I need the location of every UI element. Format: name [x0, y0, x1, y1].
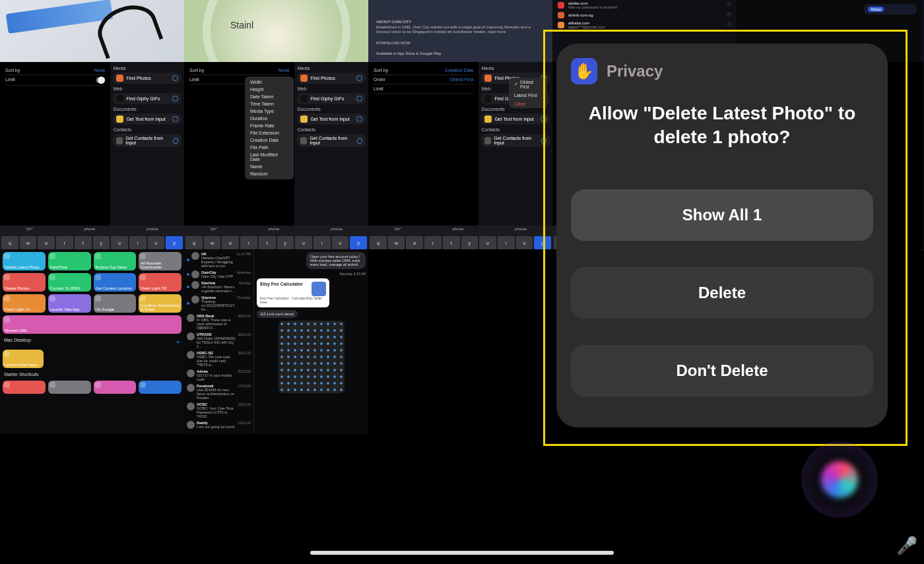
order-clear[interactable]: Clear	[509, 100, 547, 108]
shortcut-tile[interactable]: Delete Latest Photo	[3, 252, 46, 270]
shortcut-tile[interactable]: Launch Yale App	[48, 294, 91, 313]
key-p[interactable]: p	[534, 236, 551, 249]
sort-option[interactable]: Name	[245, 163, 294, 170]
shortcut-tile[interactable]: Flash Light Off	[139, 273, 182, 292]
shortcut-tile[interactable]: Combine Screenshots & Share	[139, 294, 182, 313]
key-p[interactable]: p	[166, 236, 183, 249]
sort-option[interactable]: Duration	[245, 115, 294, 122]
key-y[interactable]: y	[277, 236, 294, 249]
sort-option[interactable]: Time Taken	[245, 100, 294, 108]
conversation-row[interactable]: Adobe021717 is your Adobe code 20/11/23	[185, 368, 252, 383]
key-o[interactable]: o	[332, 236, 349, 249]
key-u[interactable]: u	[479, 236, 496, 249]
starter-tile[interactable]	[3, 381, 46, 394]
conversation-row[interactable]: GainCityGain City: Use OTP Yesterday	[185, 269, 252, 280]
starter-tile[interactable]	[48, 381, 91, 394]
info-icon[interactable]	[356, 75, 362, 81]
key-i[interactable]: i	[129, 236, 147, 249]
sort-option[interactable]: Width	[245, 78, 294, 86]
conversation-row[interactable]: DBS BankFr DBS: There was a cash withdra…	[185, 313, 252, 331]
add-mac-shortcut-icon[interactable]: +	[176, 338, 180, 346]
dont-delete-button[interactable]: Don't Delete	[571, 345, 873, 396]
key-u[interactable]: u	[295, 236, 312, 249]
conversation-row[interactable]: FacebookUse 354345 for two-factor authen…	[185, 383, 252, 401]
key-e[interactable]: e	[38, 236, 55, 249]
delete-button[interactable]: Delete	[571, 267, 873, 319]
sort-option[interactable]: File Path	[245, 144, 294, 151]
home-indicator[interactable]	[310, 551, 614, 555]
thumb-shortcut-editor-3[interactable]: Sort byCreation Date OrderOldest First L…	[368, 62, 552, 249]
conversation-row[interactable]: QxpressTracking no:SGQ20549701273 fro… T…	[185, 294, 252, 313]
shortcut-tile[interactable]: Convert To JPEG	[48, 273, 91, 292]
starter-tile[interactable]	[94, 381, 137, 394]
conversation-row[interactable]: OCBCOCBC: Your One-Time Password (OTP) i…	[185, 401, 252, 420]
sort-field-menu[interactable]: WidthHeightDate TakenTime TakenMedia Typ…	[245, 77, 294, 179]
action-get-contacts[interactable]: Get Contacts from Input	[113, 134, 182, 147]
thumb-shortcut-editor-1[interactable]: Sort byNone Limit Media Find Photos Web …	[0, 62, 184, 249]
thumb-gaincity[interactable]: ABOUT GAIN CITY Established in 1981, Gai…	[368, 0, 552, 62]
sort-option[interactable]: Media Type	[245, 108, 294, 115]
info-icon[interactable]: ⓘ	[727, 22, 731, 28]
msg-link-card[interactable]: Etsy Fee Calculator Etsy Fee Calculator …	[257, 278, 329, 307]
key-r[interactable]: r	[56, 236, 73, 249]
sort-option[interactable]: Last Modified Date	[245, 151, 294, 163]
show-all-button[interactable]: Show All 1	[571, 189, 873, 241]
conversation-row[interactable]: HKHehehe ChatGPT Experts | Struggling wi…	[185, 251, 252, 269]
key-e[interactable]: e	[406, 236, 423, 249]
key-y[interactable]: y	[93, 236, 110, 249]
sort-option[interactable]: Frame Rate	[245, 122, 294, 129]
sort-option[interactable]: Height	[245, 86, 294, 93]
key-u[interactable]: u	[111, 236, 128, 249]
key-i[interactable]: i	[498, 236, 515, 249]
conversation-row[interactable]: StarHub<#>StarHub> Here's a gentle remin…	[185, 280, 252, 294]
password-row[interactable]: adobe.comHas no password in AutoFill ⓘ	[552, 0, 737, 10]
key-w[interactable]: w	[204, 236, 221, 249]
sort-option[interactable]: Creation Date	[245, 137, 294, 144]
action-get-text[interactable]: Get Text from Input	[113, 113, 182, 125]
key-q[interactable]: q	[1, 236, 18, 249]
thumb-shortcuts-library[interactable]: Delete Latest PhotoFaceTimeBrowse Top Ne…	[0, 249, 184, 434]
sort-option[interactable]: File Extension	[245, 129, 294, 137]
microphone-icon[interactable]: 🎤	[896, 536, 917, 556]
password-row[interactable]: alibaba.comagent***@gmail.com ⓘ	[552, 20, 737, 30]
key-o[interactable]: o	[148, 236, 165, 249]
thumb-messages[interactable]: HKHehehe ChatGPT Experts | Struggling wi…	[184, 249, 368, 434]
key-t[interactable]: t	[75, 236, 92, 249]
action-find-giphy[interactable]: Find Giphy GIFs	[113, 93, 182, 104]
info-icon[interactable]: ⓘ	[727, 12, 731, 18]
key-o[interactable]: o	[516, 236, 533, 249]
key-w[interactable]: w	[20, 236, 37, 249]
key-q[interactable]: q	[185, 236, 203, 249]
action-find-photos[interactable]: Find Photos	[297, 73, 366, 84]
key-r[interactable]: r	[240, 236, 257, 249]
thumb-usb-hub[interactable]	[0, 0, 184, 62]
shortcut-tile[interactable]: Delete Photos	[3, 273, 46, 292]
starter-tile[interactable]	[139, 381, 182, 394]
conversation-row[interactable]: HSBC-SGHSBC: Pls note total due for cred…	[185, 350, 252, 368]
conversation-row[interactable]: UTRADESell Order (SP4609035) for TESLA I…	[185, 331, 252, 350]
key-t[interactable]: t	[443, 236, 460, 249]
shortcut-tile[interactable]: Get Current Location	[94, 273, 137, 292]
password-row[interactable]: airbnb.com.sg ⓘ	[552, 10, 737, 20]
siri-orb[interactable]	[801, 441, 878, 518]
key-e[interactable]: e	[222, 236, 239, 249]
thumb-shortcut-editor-2[interactable]: Sort byNone Limit WidthHeightDate TakenT…	[184, 62, 368, 249]
shortcut-tile[interactable]: Flash Light On	[3, 294, 46, 313]
key-y[interactable]: y	[461, 236, 478, 249]
order-oldest-first[interactable]: Oldest First	[509, 78, 547, 91]
info-icon[interactable]: ⓘ	[727, 2, 731, 8]
sort-option[interactable]: Random	[245, 170, 294, 177]
action-get-contacts[interactable]: Get Contacts from Input	[297, 134, 366, 147]
shortcut-tile[interactable]: FaceTime	[48, 252, 91, 270]
action-find-photos[interactable]: Find Photos	[113, 73, 182, 84]
shortcut-tile[interactable]: All Rounder Downloader	[139, 252, 182, 270]
shortcut-tile[interactable]: Ok Google	[94, 294, 137, 313]
shortcut-tile[interactable]: Shorten URL	[3, 315, 182, 334]
key-r[interactable]: r	[424, 236, 442, 249]
action-get-text[interactable]: Get Text from Input	[297, 113, 366, 125]
key-q[interactable]: q	[370, 236, 387, 249]
order-popover[interactable]: Oldest First Latest First Clear	[509, 78, 547, 108]
thumb-knife[interactable]	[184, 0, 368, 62]
key-p[interactable]: p	[350, 236, 367, 249]
action-find-giphy[interactable]: Find Giphy GIFs	[297, 93, 366, 104]
